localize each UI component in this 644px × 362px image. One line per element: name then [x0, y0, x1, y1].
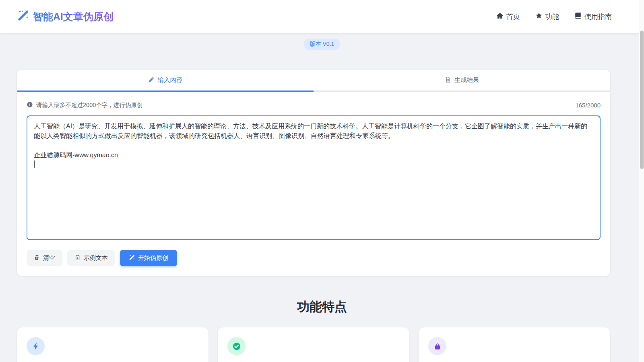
lightning-icon [27, 337, 45, 355]
scrollbar-thumb[interactable] [640, 31, 644, 169]
editor-actions: 清空 示例文本 开始伪 [27, 250, 601, 266]
nav-item-guide[interactable]: 使用指南 [574, 12, 612, 21]
hint-row: 请输入最多不超过2000个字，进行伪原创 165/2000 [27, 101, 601, 109]
input-hint-text: 请输入最多不超过2000个字，进行伪原创 [36, 101, 142, 109]
textarea-content: 人工智能（AI）是研究、开发用于模拟、延伸和扩展人的智能的理论、方法、技术及应用… [34, 123, 587, 158]
info-icon [27, 101, 33, 109]
nav-item-label: 首页 [506, 12, 520, 21]
text-cursor [34, 160, 35, 168]
badge-row: 版本 V0.1 [0, 39, 644, 50]
nav-item-features[interactable]: 功能 [535, 12, 559, 21]
pencil-icon [148, 76, 155, 84]
star-icon [535, 12, 543, 21]
app-title: 智能AI文章伪原创 [33, 10, 114, 23]
clear-button-label: 清空 [43, 254, 55, 262]
feature-cards [17, 327, 610, 362]
feature-card-quality [218, 327, 409, 362]
book-icon [574, 12, 582, 21]
nav-item-home[interactable]: 首页 [496, 12, 520, 21]
start-rewrite-button-label: 开始伪原创 [138, 254, 168, 262]
example-text-button-label: 示例文本 [84, 254, 108, 262]
version-badge: 版本 V0.1 [304, 39, 341, 50]
magic-wand-icon [129, 255, 135, 262]
editor-card-body: 请输入最多不超过2000个字，进行伪原创 165/2000 人工智能（AI）是研… [17, 92, 610, 276]
trash-icon [34, 255, 40, 262]
char-counter: 165/2000 [575, 102, 601, 109]
magic-wand-icon [17, 10, 29, 23]
example-text-button[interactable]: 示例文本 [67, 250, 115, 266]
nav-item-label: 功能 [545, 12, 559, 21]
features-section-title: 功能特点 [0, 298, 644, 315]
feature-card-speed [17, 327, 208, 362]
home-icon [496, 12, 504, 21]
main-nav: 首页 功能 使用指南 [496, 12, 612, 21]
document-icon [445, 76, 451, 84]
tab-bar: 输入内容 生成结果 [17, 70, 610, 92]
header: 智能AI文章伪原创 首页 功能 使用指南 [0, 0, 644, 33]
app-logo[interactable]: 智能AI文章伪原创 [17, 10, 114, 23]
feature-card-privacy [419, 327, 610, 362]
article-input-textarea[interactable]: 人工智能（AI）是研究、开发用于模拟、延伸和扩展人的智能的理论、方法、技术及应用… [27, 115, 601, 240]
editor-card: 输入内容 生成结果 请输入最多不超过2 [17, 70, 610, 276]
clear-button[interactable]: 清空 [27, 250, 62, 266]
tab-generated-result[interactable]: 生成结果 [314, 70, 610, 92]
nav-item-label: 使用指南 [584, 12, 612, 21]
scrollbar[interactable] [639, 0, 644, 362]
lock-icon [428, 337, 446, 355]
check-circle-icon [227, 337, 246, 355]
start-rewrite-button[interactable]: 开始伪原创 [120, 250, 177, 266]
document-icon [74, 255, 80, 262]
input-hint: 请输入最多不超过2000个字，进行伪原创 [27, 101, 142, 109]
tab-label: 输入内容 [158, 76, 183, 84]
tab-label: 生成结果 [454, 76, 479, 84]
tab-input-content[interactable]: 输入内容 [17, 70, 314, 92]
